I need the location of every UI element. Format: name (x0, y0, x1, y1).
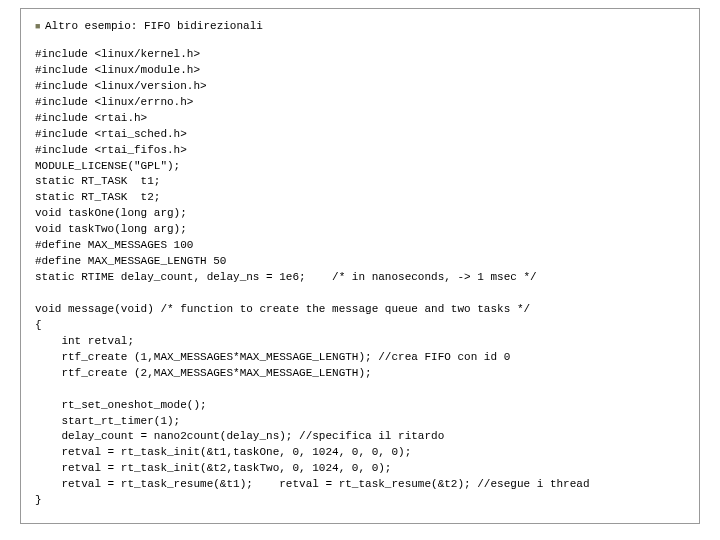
code-line: static RTIME delay_count, delay_ns = 1e6… (35, 271, 537, 283)
code-line: retval = rt_task_init(&t2,taskTwo, 0, 10… (35, 462, 391, 474)
code-line: delay_count = nano2count(delay_ns); //sp… (35, 430, 444, 442)
code-line: retval = rt_task_init(&t1,taskOne, 0, 10… (35, 446, 411, 458)
code-line: #include <linux/kernel.h> (35, 48, 200, 60)
code-line: void taskTwo(long arg); (35, 223, 187, 235)
code-line: retval = rt_task_resume(&t1); retval = r… (35, 478, 590, 490)
bullet-icon: ■ (35, 20, 45, 33)
code-line: void taskOne(long arg); (35, 207, 187, 219)
code-line: rtf_create (2,MAX_MESSAGES*MAX_MESSAGE_L… (35, 367, 372, 379)
title-text: Altro esempio: FIFO bidirezionali (45, 20, 263, 32)
example-title: ■Altro esempio: FIFO bidirezionali (35, 19, 685, 35)
code-line: #include <rtai_sched.h> (35, 128, 187, 140)
code-line: rtf_create (1,MAX_MESSAGES*MAX_MESSAGE_L… (35, 351, 510, 363)
code-line: { (35, 319, 42, 331)
code-line: #include <rtai.h> (35, 112, 147, 124)
code-line: #include <rtai_fifos.h> (35, 144, 187, 156)
code-line: int retval; (35, 335, 134, 347)
code-line: } (35, 494, 42, 506)
code-line: start_rt_timer(1); (35, 415, 180, 427)
code-line: #include <linux/module.h> (35, 64, 200, 76)
code-line: #include <linux/errno.h> (35, 96, 193, 108)
code-line: #define MAX_MESSAGES 100 (35, 239, 193, 251)
code-line: #include <linux/version.h> (35, 80, 207, 92)
code-line: static RT_TASK t1; (35, 175, 160, 187)
code-line: MODULE_LICENSE("GPL"); (35, 160, 180, 172)
code-line: static RT_TASK t2; (35, 191, 160, 203)
code-line: void message(void) /* function to create… (35, 303, 530, 315)
code-frame: ■Altro esempio: FIFO bidirezionali #incl… (20, 8, 700, 524)
code-block: #include <linux/kernel.h> #include <linu… (35, 47, 685, 509)
code-line: rt_set_oneshot_mode(); (35, 399, 207, 411)
code-line: #define MAX_MESSAGE_LENGTH 50 (35, 255, 226, 267)
